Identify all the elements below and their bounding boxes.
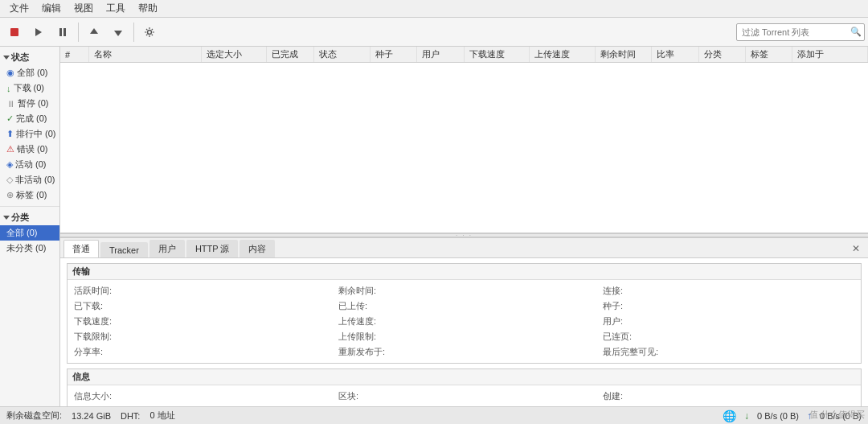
toolbar: 🔍 (0, 18, 868, 47)
sidebar-divider (0, 206, 59, 207)
tab-http-sources[interactable]: HTTP 源 (186, 240, 239, 257)
active-time-label: 活跃时间: (74, 286, 112, 295)
svg-rect-2 (59, 28, 62, 36)
menu-tools[interactable]: 工具 (100, 0, 132, 17)
search-icon: 🔍 (850, 27, 862, 37)
sidebar-cat-section: 分类 全部 (0) 未分类 (0) (0, 208, 59, 257)
sidebar-status-section: 状态 ◉ 全部 (0) ↓ 下载 (0) ⏸ 暂停 (0) ✓ 完成 (0) ⬆… (0, 48, 59, 204)
menu-view[interactable]: 视图 (68, 0, 100, 17)
menu-edit[interactable]: 编辑 (35, 0, 68, 17)
col-header-ratio[interactable]: 比率 (652, 47, 698, 63)
col-header-done[interactable]: 已完成 (267, 47, 313, 63)
inactive-icon: ◇ (6, 175, 13, 185)
collapse-status-icon[interactable] (3, 56, 10, 60)
field-connected: 已连页: (596, 329, 861, 344)
tab-peers[interactable]: 用户 (149, 240, 185, 257)
sidebar-item-seeding[interactable]: ⬆ 排行中 (0) (0, 126, 59, 142)
complete-icon: ✓ (6, 113, 14, 124)
sidebar-item-cat-all[interactable]: 全部 (0) (0, 225, 59, 241)
detail-close-button[interactable]: ✕ (847, 240, 865, 257)
toolbar-search: 🔍 (736, 23, 865, 41)
content-area: # 名称 选定大小 已完成 状态 种子 用户 下载速度 上传速度 剩余时间 比率… (60, 47, 868, 406)
all-icon: ◉ (6, 68, 14, 78)
sidebar-item-paused[interactable]: ⏸ 暂停 (0) (0, 96, 59, 111)
info-section: 信息 信息大小: 区块: 创建: (67, 368, 862, 406)
reannounce-label: 重新发布于: (338, 347, 385, 356)
col-header-seeds[interactable]: 种子 (370, 47, 416, 63)
sidebar-status-header: 状态 (0, 50, 59, 65)
watermark: 值·什么值得买 (809, 409, 865, 421)
sidebar-inactive-label: 非活动 (0) (15, 174, 55, 186)
info-size-label: 信息大小: (74, 391, 112, 401)
dl-limit-label: 下载限制: (74, 331, 112, 341)
field-connections: 连接: (596, 283, 861, 298)
move-up-button[interactable] (83, 21, 105, 43)
sidebar-dl-label: 下载 (0) (14, 82, 45, 94)
detail-panel: 普通 Tracker 用户 HTTP 源 内容 ✕ 传输 活跃时间: (60, 237, 868, 406)
start-button[interactable] (27, 21, 50, 43)
share-ratio-label: 分享率: (74, 347, 103, 356)
svg-rect-0 (10, 28, 18, 36)
connections-label: 连接: (603, 286, 623, 295)
col-header-down[interactable]: 下载速度 (464, 47, 530, 63)
dht-value: 0 地址 (149, 410, 174, 422)
col-header-peers[interactable]: 用户 (417, 47, 464, 63)
speed-down-value: 0 B/s (0 B) (757, 411, 799, 421)
col-header-status[interactable]: 状态 (313, 47, 370, 63)
tab-content[interactable]: 内容 (240, 240, 275, 257)
tab-general[interactable]: 普通 (63, 240, 99, 257)
active-icon: ◈ (6, 159, 13, 170)
menu-file[interactable]: 文件 (3, 0, 35, 17)
detail-content: 传输 活跃时间: 剩余时间: 连接: (60, 258, 868, 406)
col-header-name[interactable]: 名称 (88, 47, 201, 63)
chunks-label: 区块: (338, 391, 358, 401)
field-reannounce: 重新发布于: (332, 344, 596, 360)
main-layout: 状态 ◉ 全部 (0) ↓ 下载 (0) ⏸ 暂停 (0) ✓ 完成 (0) ⬆… (0, 47, 868, 406)
sidebar-item-completed[interactable]: ✓ 完成 (0) (0, 111, 59, 126)
torrent-list[interactable]: # 名称 选定大小 已完成 状态 种子 用户 下载速度 上传速度 剩余时间 比率… (60, 47, 868, 233)
eta-label: 剩余时间: (338, 286, 376, 295)
col-header-size[interactable]: 选定大小 (201, 47, 267, 63)
col-header-eta[interactable]: 剩余时间 (596, 47, 652, 63)
search-input[interactable] (736, 23, 865, 41)
move-down-button[interactable] (107, 21, 129, 43)
sidebar-cat-label: 分类 (11, 212, 29, 224)
sidebar-item-cat-uncategorized[interactable]: 未分类 (0) (0, 241, 59, 256)
sidebar: 状态 ◉ 全部 (0) ↓ 下载 (0) ⏸ 暂停 (0) ✓ 完成 (0) ⬆… (0, 47, 60, 406)
stop-button[interactable] (3, 21, 26, 43)
svg-point-6 (148, 30, 152, 34)
sidebar-item-tag[interactable]: ⊕ 标签 (0) (0, 187, 59, 203)
field-ul-speed: 上传速度: (332, 314, 596, 329)
created-label: 创建: (603, 391, 623, 401)
svg-rect-3 (63, 28, 66, 36)
speed-down-icon: ↓ (744, 410, 749, 422)
sidebar-item-error[interactable]: ⚠ 错误 (0) (0, 142, 59, 157)
field-created: 创建: (596, 389, 861, 404)
collapse-cat-icon[interactable] (3, 216, 10, 220)
pause-button[interactable] (51, 21, 74, 43)
field-dl-speed: 下载速度: (68, 314, 332, 329)
field-eta: 剩余时间: (332, 283, 596, 298)
sidebar-item-active[interactable]: ◈ 活动 (0) (0, 157, 59, 172)
error-icon: ⚠ (6, 144, 14, 154)
sidebar-item-inactive[interactable]: ◇ 非活动 (0) (0, 172, 59, 187)
svg-marker-1 (35, 28, 42, 36)
download-icon: ↓ (6, 84, 11, 93)
sidebar-error-label: 错误 (0) (17, 143, 48, 155)
transfer-section: 传输 活跃时间: 剩余时间: 连接: (67, 263, 862, 364)
sidebar-item-all[interactable]: ◉ 全部 (0) (0, 65, 59, 80)
svg-marker-4 (90, 28, 98, 34)
col-header-up[interactable]: 上传速度 (530, 47, 596, 63)
torrent-icon: 🌐 (723, 410, 736, 422)
col-header-added[interactable]: 添加于 (792, 47, 868, 63)
tab-tracker[interactable]: Tracker (100, 242, 148, 257)
col-header-cat[interactable]: 分类 (698, 47, 745, 63)
sidebar-item-downloading[interactable]: ↓ 下载 (0) (0, 80, 59, 96)
menu-help[interactable]: 帮助 (132, 0, 164, 17)
col-header-num[interactable]: # (60, 47, 88, 63)
col-header-tag[interactable]: 标签 (746, 47, 792, 63)
field-ul-limit: 上传限制: (332, 329, 596, 344)
settings-button[interactable] (138, 21, 161, 43)
downloaded-label: 已下载: (74, 301, 103, 311)
sidebar-cat-header: 分类 (0, 210, 59, 225)
